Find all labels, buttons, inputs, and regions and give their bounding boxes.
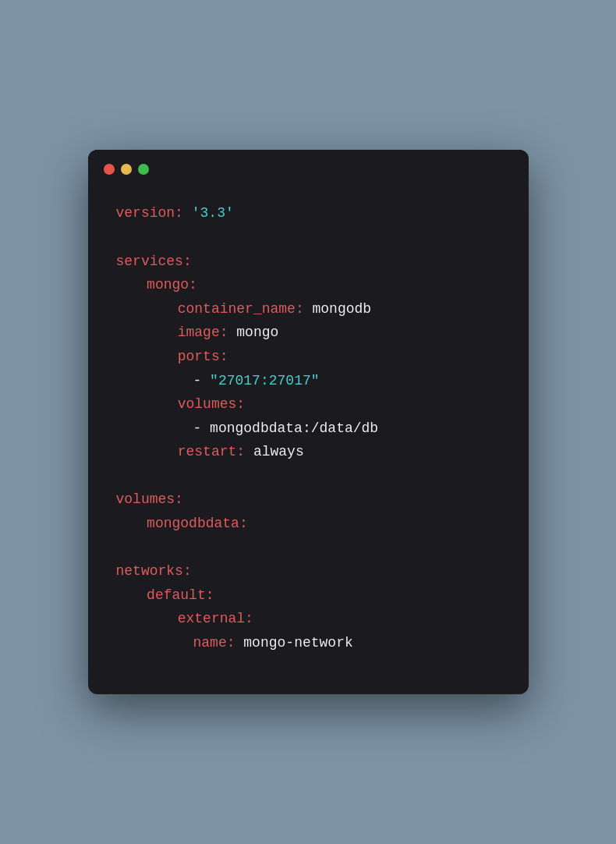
mongo-key: mongo: [147,277,197,293]
services-line: services: [116,250,501,274]
image-key: image: [178,324,228,340]
container-name-val: mongodb [304,301,371,317]
container-name-line: container_name: mongodb [116,297,501,321]
version-val: '3.3' [183,205,234,221]
volumes-inner-key: volumes: [178,396,245,412]
mongodbdata-key: mongodbdata: [147,516,248,531]
volumes-item-line: - mongodbdata:/data/db [116,417,501,441]
image-line: image: mongo [116,321,501,345]
external-line: external: [116,607,501,631]
titlebar [88,150,529,186]
name-key: name: [193,635,235,651]
mongodbdata-line: mongodbdata: [116,512,501,536]
volumes-item: - mongodbdata:/data/db [193,420,379,436]
restart-line: restart: always [116,440,501,464]
restart-val: always [245,444,304,459]
blank-3 [116,536,501,560]
default-line: default: [116,583,501,608]
version-line: version: '3.3' [116,201,501,225]
ports-dash: - [193,373,211,388]
ports-line: ports: [116,345,501,369]
ports-item-line: - "27017:27017" [116,369,501,393]
terminal-window: version: '3.3' services: mongo: containe… [88,150,529,693]
code-content: version: '3.3' services: mongo: containe… [88,186,529,693]
version-key: version: [116,205,183,221]
restart-key: restart: [178,444,245,459]
minimize-button[interactable] [121,164,132,175]
image-val: mongo [228,324,279,340]
ports-key: ports: [178,349,228,364]
services-key: services: [116,254,192,269]
external-key: external: [178,611,253,626]
name-line: name: mongo-network [116,631,501,655]
networks-key: networks: [116,563,192,579]
maximize-button[interactable] [138,164,149,175]
networks-line: networks: [116,559,501,583]
mongo-line: mongo: [116,273,501,297]
name-val: mongo-network [235,635,353,651]
default-key: default: [147,587,214,603]
blank-1 [116,225,501,250]
container-name-key: container_name: [178,301,304,317]
close-button[interactable] [104,164,115,175]
blank-2 [116,464,501,488]
volumes-line: volumes: [116,488,501,512]
volumes-key: volumes: [116,491,183,507]
volumes-inner-line: volumes: [116,392,501,417]
ports-val: "27017:27017" [210,373,319,388]
